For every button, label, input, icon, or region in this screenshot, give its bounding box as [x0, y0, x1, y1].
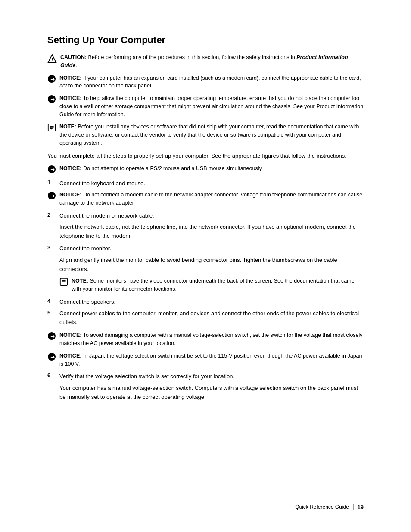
notice-block-2: ➜ NOTICE: To help allow the computer to …: [47, 94, 364, 118]
note-text-1: NOTE: Before you install any devices or …: [59, 123, 364, 147]
svg-text:➜: ➜: [50, 76, 55, 82]
step-1: 1 Connect the keyboard and mouse.: [47, 179, 364, 188]
step-3: 3 Connect the monitor.: [47, 244, 364, 253]
step-5: 5 Connect power cables to the computer, …: [47, 309, 364, 327]
step-6-subtext: Your computer has a manual voltage-selec…: [59, 384, 364, 402]
notice-voltage2-text: NOTICE: In Japan, the voltage selection …: [59, 352, 364, 368]
svg-text:➜: ➜: [50, 96, 55, 103]
notice-modem-text: NOTICE: Do not connect a modem cable to …: [59, 191, 364, 207]
notice-voltage2: ➜ NOTICE: In Japan, the voltage selectio…: [47, 352, 364, 368]
step-6: 6 Verify that the voltage selection swit…: [47, 372, 364, 381]
caution-end: .: [75, 62, 77, 68]
caution-body: Before performing any of the procedures …: [88, 54, 297, 60]
notice-text-1: NOTICE: If your computer has an expansio…: [59, 74, 364, 90]
caution-block: ! CAUTION: Before performing any of the …: [47, 53, 364, 70]
notice-icon-voltage1: ➜: [47, 332, 56, 342]
footer-page-number: 19: [358, 504, 364, 510]
svg-text:✎: ✎: [49, 127, 52, 131]
footer-guide-name: Quick Reference Guide: [295, 504, 349, 510]
caution-label: CAUTION:: [60, 54, 87, 60]
intro-text: You must complete all the steps to prope…: [47, 152, 364, 161]
step-4: 4 Connect the speakers.: [47, 298, 364, 307]
step-3-subtext: Align and gently insert the monitor cabl…: [59, 256, 364, 274]
note-icon-1: ✎: [47, 123, 56, 133]
notice-icon-modem: ➜: [47, 191, 56, 201]
notice-icon-voltage2: ➜: [47, 352, 56, 362]
notice-voltage1: ➜ NOTICE: To avoid damaging a computer w…: [47, 331, 364, 348]
note-block-1: ✎ NOTE: Before you install any devices o…: [47, 123, 364, 147]
notice-ps2-text: NOTICE: Do not attempt to operate a PS/2…: [59, 165, 263, 173]
svg-text:!: !: [52, 57, 53, 62]
page: Setting Up Your Computer ! CAUTION: Befo…: [0, 0, 411, 532]
note-monitor-text: NOTE: Some monitors have the video conne…: [72, 277, 364, 293]
notice-ps2: ➜ NOTICE: Do not attempt to operate a PS…: [47, 165, 364, 175]
note-monitor: NOTE: Some monitors have the video conne…: [59, 277, 364, 293]
caution-icon: !: [47, 54, 57, 65]
note-icon-monitor: [59, 277, 68, 287]
notice-block-1: ➜ NOTICE: If your computer has an expans…: [47, 74, 364, 90]
svg-text:➜: ➜: [50, 333, 55, 339]
notice-modem: ➜ NOTICE: Do not connect a modem cable t…: [47, 191, 364, 207]
footer-separator: |: [352, 504, 354, 510]
step-2: 2 Connect the modem or network cable.: [47, 212, 364, 221]
caution-text: CAUTION: Before performing any of the pr…: [60, 53, 364, 70]
svg-text:➜: ➜: [50, 193, 55, 199]
svg-text:➜: ➜: [50, 167, 55, 173]
footer: Quick Reference Guide | 19: [295, 504, 364, 510]
notice-icon-ps2: ➜: [47, 165, 56, 175]
step-2-subtext: Insert the network cable, not the teleph…: [59, 223, 364, 241]
notice-icon-1: ➜: [47, 75, 56, 84]
notice-icon-2: ➜: [47, 95, 56, 105]
section-title: Setting Up Your Computer: [47, 34, 364, 46]
notice-voltage1-text: NOTICE: To avoid damaging a computer wit…: [59, 331, 364, 348]
notice-text-2: NOTICE: To help allow the computer to ma…: [59, 94, 364, 118]
svg-text:➜: ➜: [50, 354, 55, 360]
